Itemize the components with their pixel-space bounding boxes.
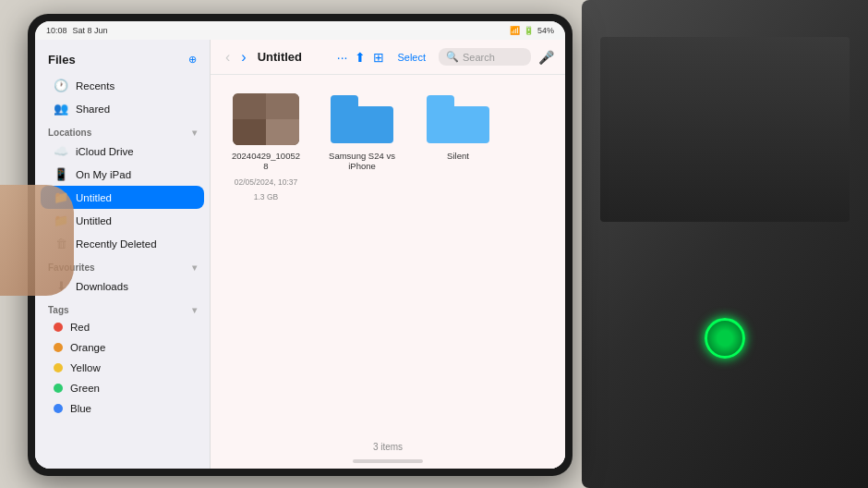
- select-button[interactable]: Select: [392, 49, 431, 66]
- video-file-date: 02/05/2024, 10:37: [235, 177, 298, 187]
- breadcrumb: Untitled: [258, 50, 330, 64]
- grid-view-icon[interactable]: ⊞: [373, 50, 384, 65]
- scroll-indicator: [353, 459, 424, 463]
- folder-silent-thumb: [425, 93, 491, 145]
- wifi-icon: 📶: [510, 26, 520, 35]
- video-thumbnail: [233, 93, 299, 145]
- sidebar-item-tag-orange[interactable]: Orange: [41, 337, 204, 358]
- shared-label: Shared: [76, 104, 110, 115]
- status-date: Sat 8 Jun: [73, 26, 108, 35]
- green-dot: [54, 384, 63, 393]
- status-right: 📶 🔋 54%: [510, 26, 554, 35]
- back-button[interactable]: ‹: [222, 49, 234, 66]
- sidebar-item-onmyipad[interactable]: 📱 On My iPad: [41, 163, 204, 186]
- nav-buttons: ‹ ›: [222, 49, 250, 66]
- sidebar-header: Files ⊕: [35, 47, 210, 74]
- battery-level: 54%: [537, 26, 554, 35]
- video-file-size: 1.3 GB: [254, 192, 278, 201]
- locations-section: Locations ▾: [35, 120, 210, 140]
- tag-orange-label: Orange: [70, 342, 105, 353]
- toolbar-actions: ··· ⬆ ⊞ Select 🔍 Search 🎤: [337, 48, 554, 66]
- share-icon: 👥: [54, 102, 68, 116]
- powerbank: [582, 0, 868, 488]
- locations-chevron[interactable]: ▾: [192, 128, 197, 138]
- sidebar-edit-button[interactable]: ⊕: [188, 54, 197, 66]
- tag-blue-label: Blue: [70, 403, 91, 414]
- sidebar-item-shared[interactable]: 👥 Shared: [41, 97, 204, 120]
- forward-button[interactable]: ›: [237, 49, 249, 66]
- status-time: 10:08: [46, 26, 67, 35]
- sidebar-item-recents[interactable]: 🕐 Recents: [41, 74, 204, 97]
- orange-dot: [54, 343, 63, 352]
- battery-icon: 🔋: [524, 26, 534, 35]
- more-options-icon[interactable]: ···: [337, 50, 348, 65]
- mic-icon[interactable]: 🎤: [538, 50, 554, 65]
- onmyipad-label: On My iPad: [76, 169, 131, 180]
- ipad-icon: 📱: [54, 167, 68, 181]
- sidebar-item-tag-red[interactable]: Red: [41, 317, 204, 337]
- file-grid: 20240429_10052 8 02/05/2024, 10:37 1.3 G…: [211, 75, 565, 434]
- main-content: ‹ › Untitled ··· ⬆ ⊞ Select 🔍 Search: [211, 40, 565, 469]
- power-indicator: [705, 318, 745, 359]
- untitled-sub-label: Untitled: [76, 215, 112, 226]
- video-file-name: 20240429_10052 8: [230, 151, 302, 172]
- current-folder-name: Untitled: [258, 50, 302, 64]
- yellow-dot: [54, 363, 63, 372]
- blue-dot: [54, 404, 63, 413]
- folder-samsung-thumb: [329, 93, 395, 145]
- recents-label: Recents: [76, 80, 115, 92]
- files-app: Files ⊕ 🕐 Recents 👥 Shared Locations ▾: [35, 40, 565, 469]
- tags-label: Tags: [48, 305, 69, 315]
- tag-yellow-label: Yellow: [70, 362, 101, 373]
- untitled-main-label: Untitled: [76, 192, 112, 203]
- sidebar-title: Files: [48, 53, 76, 67]
- tag-red-label: Red: [70, 322, 90, 333]
- icloud-label: iCloud Drive: [76, 146, 134, 157]
- tags-chevron[interactable]: ▾: [192, 305, 197, 315]
- clock-icon: 🕐: [54, 79, 68, 92]
- ipad-screen: 10:08 Sat 8 Jun 📶 🔋 54% Files ⊕ 🕐 R: [35, 21, 565, 469]
- tags-section: Tags ▾: [35, 298, 210, 317]
- upload-icon[interactable]: ⬆: [355, 50, 366, 65]
- tag-green-label: Green: [70, 383, 100, 394]
- red-dot: [54, 323, 63, 332]
- file-item-folder-samsung[interactable]: Samsung S24 vs iPhone: [325, 93, 399, 172]
- file-item-folder-silent[interactable]: Silent: [421, 93, 495, 161]
- sidebar-item-tag-yellow[interactable]: Yellow: [41, 358, 204, 378]
- search-placeholder: Search: [463, 52, 495, 63]
- sidebar-item-tag-green[interactable]: Green: [41, 378, 204, 398]
- hand-overlay: [0, 185, 74, 296]
- downloads-label: Downloads: [76, 281, 128, 292]
- file-item-video[interactable]: 20240429_10052 8 02/05/2024, 10:37 1.3 G…: [229, 93, 303, 201]
- ipad-device: 10:08 Sat 8 Jun 📶 🔋 54% Files ⊕ 🕐 R: [28, 14, 573, 476]
- search-icon: 🔍: [446, 51, 459, 63]
- sidebar-item-icloud[interactable]: ☁️ iCloud Drive: [41, 140, 204, 163]
- folder-samsung-name: Samsung S24 vs iPhone: [326, 151, 398, 172]
- locations-label: Locations: [48, 128, 91, 138]
- toolbar: ‹ › Untitled ··· ⬆ ⊞ Select 🔍 Search: [211, 40, 565, 75]
- sidebar-item-tag-blue[interactable]: Blue: [41, 398, 204, 419]
- item-count: 3 items: [211, 434, 565, 459]
- status-left: 10:08 Sat 8 Jun: [46, 26, 108, 35]
- recently-deleted-label: Recently Deleted: [76, 238, 157, 250]
- folder-silent-name: Silent: [447, 151, 469, 161]
- cloud-icon: ☁️: [54, 144, 68, 158]
- status-bar: 10:08 Sat 8 Jun 📶 🔋 54%: [35, 21, 565, 40]
- search-box[interactable]: 🔍 Search: [439, 48, 531, 66]
- favourites-chevron[interactable]: ▾: [192, 262, 197, 273]
